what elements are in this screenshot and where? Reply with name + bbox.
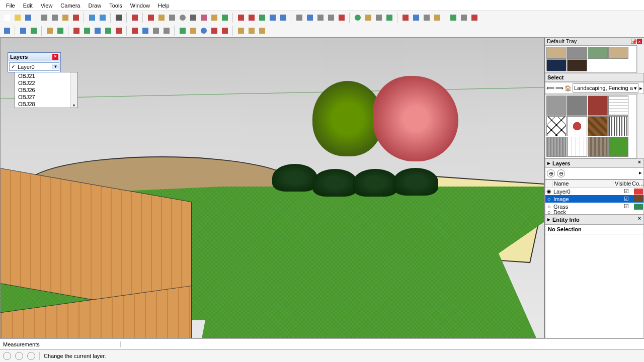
material-swatch[interactable] <box>546 116 567 136</box>
model-info-button[interactable] <box>130 13 140 23</box>
eraser-button[interactable] <box>18 26 28 36</box>
layer-row[interactable]: ○Grass☑ <box>545 203 643 210</box>
redo-button[interactable] <box>98 13 108 23</box>
col-name[interactable]: Name <box>552 180 613 187</box>
print-button[interactable] <box>114 13 124 23</box>
layers-menu-icon[interactable]: ▸ <box>639 169 642 177</box>
toggle-terrain-button[interactable] <box>459 13 469 23</box>
open-button[interactable] <box>13 13 23 23</box>
push2-button[interactable] <box>114 26 124 36</box>
move-button[interactable] <box>236 13 246 23</box>
push-pull-button[interactable] <box>278 13 288 23</box>
arc-button[interactable] <box>199 13 209 23</box>
scale-button[interactable] <box>257 13 267 23</box>
polygon-button[interactable] <box>188 13 198 23</box>
tray-header[interactable]: Default Tray 📌× <box>545 38 644 45</box>
layer-visible-checkbox[interactable]: ☑ <box>619 188 633 195</box>
shape-dd-button[interactable] <box>45 26 55 36</box>
layer-option[interactable]: OBJ27 <box>15 94 77 101</box>
menu-camera[interactable]: Camera <box>56 1 84 10</box>
active-layer-radio[interactable]: ◉ <box>545 188 552 195</box>
col-color[interactable]: Co... <box>630 180 643 187</box>
save-button[interactable] <box>23 13 33 23</box>
section-plane-button[interactable] <box>432 13 442 23</box>
layer-color-swatch[interactable] <box>634 196 643 202</box>
material-swatch[interactable] <box>567 47 587 59</box>
line-dd-button[interactable] <box>29 26 39 36</box>
menu-file[interactable]: File <box>2 1 19 10</box>
material-swatch[interactable] <box>588 137 608 157</box>
delete-button[interactable] <box>71 13 81 23</box>
orbit2-button[interactable] <box>199 26 209 36</box>
walk-button[interactable] <box>422 13 432 23</box>
pie-button[interactable] <box>209 13 219 23</box>
position-camera-button[interactable] <box>400 13 411 23</box>
preview-3d-button[interactable] <box>469 13 479 23</box>
layers-toolbar-header[interactable]: Layers × <box>8 53 60 61</box>
col-visible[interactable]: Visible <box>613 180 630 187</box>
layer-row[interactable]: ○Dock <box>545 210 643 214</box>
3d-warehouse-button[interactable] <box>178 26 188 36</box>
remove-layer-button[interactable]: ⊖ <box>557 169 565 177</box>
add-layer-button[interactable]: ⊕ <box>547 169 555 177</box>
rect-dd-button[interactable] <box>55 26 65 36</box>
layer-visible-checkbox[interactable]: ☑ <box>619 203 633 210</box>
close-icon[interactable]: × <box>636 160 642 166</box>
zoom-extents-button[interactable] <box>384 13 394 23</box>
menu-help[interactable]: Help <box>154 1 174 10</box>
zoom2-button[interactable] <box>209 26 219 36</box>
material-swatch[interactable] <box>546 59 567 71</box>
menu-tools[interactable]: Tools <box>105 1 126 10</box>
layer-visible-checkbox[interactable]: ☑ <box>619 196 633 202</box>
layer-option[interactable]: OBJ22 <box>15 79 77 86</box>
material-swatch[interactable] <box>608 47 628 59</box>
layer-name[interactable]: Layer0 <box>552 189 619 195</box>
sample-button[interactable] <box>140 26 150 36</box>
outer-shell-button[interactable] <box>305 13 315 23</box>
material-swatch[interactable] <box>546 47 567 59</box>
material-swatch[interactable] <box>608 137 628 157</box>
layer-option[interactable]: OBJ26 <box>15 86 77 94</box>
collapse-icon[interactable]: ▸ <box>547 216 550 223</box>
undo-button[interactable] <box>87 13 97 23</box>
sandbox2-button[interactable] <box>247 26 257 36</box>
scrollbar[interactable] <box>637 45 644 73</box>
menu-window[interactable]: Window <box>126 1 154 10</box>
layer-color-swatch[interactable] <box>634 189 643 195</box>
protractor-button[interactable] <box>337 13 347 23</box>
layer-name[interactable]: Image <box>552 196 619 202</box>
offset-button[interactable] <box>268 13 278 23</box>
follow-me-button[interactable] <box>294 13 304 23</box>
chevron-down-icon[interactable]: ▼ <box>52 64 59 69</box>
layer-row[interactable]: ○Image☑ <box>545 195 643 203</box>
material-swatch[interactable] <box>588 47 608 59</box>
material-swatch[interactable] <box>588 96 608 116</box>
material-swatch[interactable] <box>567 116 587 136</box>
orbit-button[interactable] <box>353 13 363 23</box>
scrollbar[interactable]: ▾ <box>70 72 77 108</box>
layer-option[interactable]: OBJ28 <box>15 101 77 108</box>
material-category-select[interactable]: Landscaping, Fencing a ▾ <box>573 83 638 93</box>
sandbox3-button[interactable] <box>257 26 267 36</box>
nav-fwd-icon[interactable]: ⟹ <box>555 85 564 92</box>
offset2-button[interactable] <box>103 26 113 36</box>
home-icon[interactable]: 🏠 <box>565 85 572 92</box>
menu-draw[interactable]: Draw <box>84 1 105 10</box>
zoom-button[interactable] <box>374 13 384 23</box>
layer-name[interactable]: Grass <box>552 204 619 210</box>
scrollbar[interactable] <box>637 94 644 158</box>
layer-color-swatch[interactable] <box>634 204 643 210</box>
material-swatch[interactable] <box>588 116 608 136</box>
current-layer-combo[interactable]: ✓ Layer0 ▼ <box>9 62 59 71</box>
freehand-button[interactable] <box>156 13 167 23</box>
layers-toolbar[interactable]: Layers × ✓ Layer0 ▼ <box>8 52 61 72</box>
circle-button[interactable] <box>178 13 188 23</box>
layers-dropdown-list[interactable]: OBJ21OBJ22OBJ26OBJ27OBJ28 ▾ <box>15 72 78 108</box>
rotate-button[interactable] <box>247 13 257 23</box>
3d-text-button[interactable] <box>220 13 230 23</box>
material-swatch[interactable] <box>546 137 567 157</box>
viewport-3d[interactable]: TOOL SHED Layers × ✓ Layer0 ▼ OBJ21OBJ22… <box>0 38 544 338</box>
dimension-button[interactable] <box>162 26 172 36</box>
close-icon[interactable]: × <box>637 39 642 44</box>
material-swatch[interactable] <box>567 96 587 116</box>
